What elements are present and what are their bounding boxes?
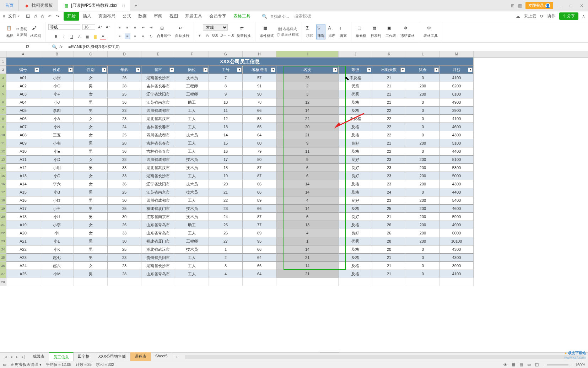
apps-icon[interactable]: ▦	[518, 3, 522, 8]
cell[interactable]: 及格	[339, 254, 372, 262]
cell[interactable]: 吉林省长春市	[141, 139, 175, 147]
cell[interactable]: 22	[372, 107, 406, 115]
cell[interactable]: 4300	[440, 254, 474, 262]
maximize-button[interactable]: □	[567, 3, 574, 8]
cell[interactable]: A07	[6, 123, 40, 131]
cell[interactable]: 16	[209, 147, 243, 156]
coop-icon[interactable]: ⟳	[540, 14, 544, 19]
menu-会员专享[interactable]: 会员专享	[206, 12, 230, 21]
new-tab-button[interactable]: +	[130, 0, 141, 11]
underline-icon[interactable]: U	[69, 34, 75, 39]
cell[interactable]: A14	[6, 180, 40, 188]
cell[interactable]: 工程师	[175, 90, 209, 98]
select-all-corner[interactable]	[0, 51, 6, 57]
percent-icon[interactable]: %	[205, 33, 210, 38]
cell[interactable]: 22	[372, 123, 406, 131]
cell[interactable]: 小C	[40, 172, 74, 180]
cell[interactable]: 男	[74, 98, 108, 107]
cell[interactable]: 9	[276, 156, 339, 164]
cell[interactable]: 66	[243, 245, 276, 254]
cell[interactable]: 福建省厦门市	[141, 237, 175, 245]
cell[interactable]: 36	[108, 180, 141, 188]
cell[interactable]: 湖南省长沙市	[141, 74, 175, 82]
cell[interactable]: 200	[406, 172, 440, 180]
row-header-7[interactable]: 7	[0, 107, 6, 115]
cell[interactable]: 64	[243, 131, 276, 139]
cell[interactable]: A05	[6, 107, 40, 115]
col-header-M[interactable]: M	[440, 51, 474, 57]
cell[interactable]: 男	[74, 245, 108, 254]
cell[interactable]: 4	[276, 229, 339, 237]
cell[interactable]: 男	[74, 213, 108, 221]
filter-button-省市[interactable]: ▾	[169, 67, 174, 72]
cell[interactable]: 26	[372, 229, 406, 237]
cell[interactable]: 男	[74, 147, 108, 156]
sort-button[interactable]: A↓排序	[327, 25, 337, 39]
cloud-icon[interactable]: ☁	[516, 14, 520, 19]
cell[interactable]: 15	[209, 139, 243, 147]
cell[interactable]: 工人	[175, 270, 209, 278]
cell[interactable]: 吉林省长春市	[141, 123, 175, 131]
cell[interactable]: 13	[276, 221, 339, 229]
text-color-icon[interactable]: A	[100, 34, 106, 39]
cell[interactable]: 66	[243, 262, 276, 270]
cell[interactable]: 20	[209, 180, 243, 188]
cell[interactable]: 小G	[40, 82, 74, 90]
filter-button-编号[interactable]: ▾	[34, 67, 39, 72]
cell[interactable]: 20	[276, 123, 339, 131]
cell[interactable]: 11	[209, 107, 243, 115]
cell[interactable]: 4400	[440, 188, 474, 196]
cell[interactable]: 及格	[339, 107, 372, 115]
cell[interactable]: 0	[406, 123, 440, 131]
cell[interactable]: 小红	[40, 196, 74, 205]
row-header-28[interactable]: 28	[0, 278, 6, 286]
cell[interactable]: 3	[276, 90, 339, 98]
cell[interactable]: 22	[372, 147, 406, 156]
currency-icon[interactable]: ¥	[197, 33, 203, 38]
cell[interactable]: 23	[372, 180, 406, 188]
search-template-link[interactable]: 搜索模板	[294, 13, 311, 19]
orientation-icon[interactable]: ↻	[148, 33, 154, 39]
cell[interactable]: 工人	[175, 123, 209, 131]
cell[interactable]: 5900	[440, 213, 474, 221]
col-header-L[interactable]: L	[406, 51, 440, 57]
cell[interactable]: 23	[108, 107, 141, 115]
cell[interactable]: 技术员	[175, 156, 209, 164]
cell[interactable]: 200	[406, 213, 440, 221]
cell[interactable]: 80	[243, 156, 276, 164]
cell[interactable]: 女	[74, 221, 108, 229]
cell[interactable]: 28	[108, 270, 141, 278]
cell[interactable]: 技术员	[175, 164, 209, 172]
cell[interactable]: 4400	[440, 147, 474, 156]
cell[interactable]: A13	[6, 172, 40, 180]
view-pagebreak-icon[interactable]: ▤	[519, 362, 523, 367]
undo-icon[interactable]: ↶	[48, 14, 52, 19]
cell[interactable]: 山东省青岛市	[141, 229, 175, 237]
cell[interactable]: 良好	[339, 213, 372, 221]
cell[interactable]: 91	[243, 82, 276, 90]
filter-button-年龄[interactable]: ▾	[136, 67, 140, 72]
cell[interactable]: 四川省成都市	[141, 156, 175, 164]
cell[interactable]: 36	[108, 98, 141, 107]
search-fx-icon[interactable]: 🔍	[52, 44, 57, 49]
fill-color-icon[interactable]: ▇	[92, 34, 98, 39]
zoom-in-button[interactable]: +	[571, 363, 573, 367]
row-header-16[interactable]: 16	[0, 180, 6, 188]
cell[interactable]: 21	[209, 188, 243, 196]
name-box[interactable]: I3	[6, 44, 49, 49]
fx-icon[interactable]: fx	[59, 44, 63, 49]
cell[interactable]: 工人	[175, 147, 209, 156]
cell[interactable]: 工人	[175, 107, 209, 115]
cell[interactable]: 25	[108, 245, 141, 254]
cell[interactable]: 助工	[175, 221, 209, 229]
cell[interactable]: 2	[276, 82, 339, 90]
cell[interactable]: 山东省青岛市	[141, 221, 175, 229]
sheet-tab-田字格[interactable]: 田字格	[74, 352, 94, 361]
row-header-11[interactable]: 11	[0, 139, 6, 147]
menu-审阅[interactable]: 审阅	[150, 12, 166, 21]
indent-inc-icon[interactable]: ⇥	[148, 25, 154, 30]
filter-button-出勤天数[interactable]: ▾	[400, 67, 405, 72]
cell[interactable]: 66	[243, 107, 276, 115]
align-justify-icon[interactable]: ≡	[140, 33, 146, 39]
cell[interactable]: A21	[6, 237, 40, 245]
